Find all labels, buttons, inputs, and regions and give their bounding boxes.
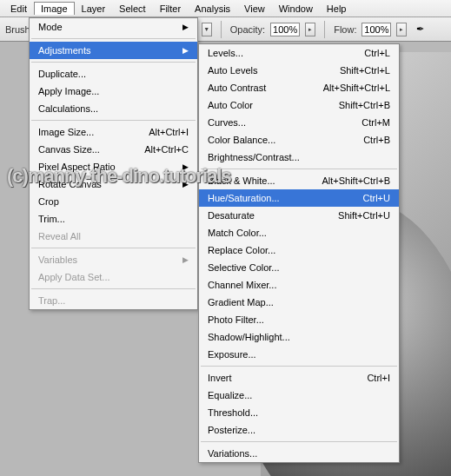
menu-reveal-all: Reveal All (30, 228, 197, 245)
separator (324, 21, 325, 38)
menu-help[interactable]: Help (320, 2, 354, 16)
menu-threshold[interactable]: Threshold... (199, 404, 399, 421)
menu-selective-color[interactable]: Selective Color... (199, 259, 399, 276)
menu-shadow-highlight[interactable]: Shadow/Highlight... (199, 328, 399, 346)
opacity-input[interactable]: 100% (270, 23, 300, 36)
separator (31, 38, 196, 39)
chevron-right-icon: ▶ (182, 23, 189, 31)
menu-filter[interactable]: Filter (153, 2, 188, 16)
menu-auto-levels[interactable]: Auto LevelsShift+Ctrl+L (199, 62, 399, 79)
menubar: Edit Image Layer Select Filter Analysis … (0, 0, 451, 17)
menu-canvas-size[interactable]: Canvas Size...Alt+Ctrl+C (30, 141, 197, 158)
menu-variations[interactable]: Variations... (199, 445, 399, 462)
menu-view[interactable]: View (237, 2, 272, 16)
menu-invert[interactable]: InvertCtrl+I (199, 369, 399, 387)
menu-edit[interactable]: Edit (3, 2, 34, 16)
separator (31, 248, 196, 248)
menu-mode[interactable]: Mode▶ (30, 18, 197, 36)
opacity-label: Opacity: (230, 24, 265, 35)
separator (201, 441, 397, 442)
watermark-text: (c)manny-the-dino.tutorials (7, 165, 231, 188)
menu-exposure[interactable]: Exposure... (199, 346, 399, 363)
separator (221, 21, 222, 38)
separator (201, 366, 397, 367)
chevron-right-icon: ▶ (182, 255, 189, 264)
menu-curves[interactable]: Curves...Ctrl+M (199, 114, 399, 131)
menu-trap: Trap... (30, 292, 197, 309)
separator (31, 62, 196, 63)
menu-photo-filter[interactable]: Photo Filter... (199, 311, 399, 328)
menu-layer[interactable]: Layer (75, 2, 113, 16)
menu-desaturate[interactable]: DesaturateShift+Ctrl+U (199, 207, 399, 224)
menu-adjustments[interactable]: Adjustments▶ (30, 42, 197, 59)
menu-equalize[interactable]: Equalize... (199, 387, 399, 404)
image-menu-dropdown: Mode▶ Adjustments▶ Duplicate... Apply Im… (29, 17, 198, 310)
menu-crop[interactable]: Crop (30, 193, 197, 210)
menu-match-color[interactable]: Match Color... (199, 224, 399, 241)
separator (31, 288, 196, 289)
chevron-right-icon[interactable]: ▸ (396, 23, 407, 36)
menu-analysis[interactable]: Analysis (188, 2, 237, 16)
chevron-right-icon: ▶ (182, 46, 189, 55)
menu-variables: Variables▶ (30, 251, 197, 268)
menu-auto-color[interactable]: Auto ColorShift+Ctrl+B (199, 96, 399, 114)
menu-select[interactable]: Select (112, 2, 153, 16)
menu-apply-data-set: Apply Data Set... (30, 268, 197, 286)
menu-duplicate[interactable]: Duplicate... (30, 65, 197, 83)
menu-hue-saturation[interactable]: Hue/Saturation...Ctrl+U (199, 189, 399, 207)
menu-image[interactable]: Image (34, 2, 75, 15)
adjustments-submenu: Levels...Ctrl+L Auto LevelsShift+Ctrl+L … (198, 43, 400, 463)
separator (31, 120, 196, 121)
flow-input[interactable]: 100% (361, 23, 391, 36)
menu-brightness-contrast[interactable]: Brightness/Contrast... (199, 149, 399, 166)
menu-image-size[interactable]: Image Size...Alt+Ctrl+I (30, 123, 197, 141)
menu-channel-mixer[interactable]: Channel Mixer... (199, 276, 399, 294)
menu-levels[interactable]: Levels...Ctrl+L (199, 44, 399, 62)
menu-trim[interactable]: Trim... (30, 210, 197, 228)
menu-window[interactable]: Window (272, 2, 320, 16)
menu-gradient-map[interactable]: Gradient Map... (199, 294, 399, 311)
airbrush-icon[interactable]: ✒ (412, 22, 428, 37)
menu-posterize[interactable]: Posterize... (199, 421, 399, 439)
menu-color-balance[interactable]: Color Balance...Ctrl+B (199, 131, 399, 149)
menu-auto-contrast[interactable]: Auto ContrastAlt+Shift+Ctrl+L (199, 79, 399, 96)
chevron-down-icon[interactable]: ▼ (202, 23, 212, 36)
chevron-right-icon[interactable]: ▸ (305, 23, 315, 36)
menu-replace-color[interactable]: Replace Color... (199, 241, 399, 259)
flow-label: Flow: (334, 24, 356, 35)
menu-calculations[interactable]: Calculations... (30, 100, 197, 117)
menu-apply-image[interactable]: Apply Image... (30, 83, 197, 100)
